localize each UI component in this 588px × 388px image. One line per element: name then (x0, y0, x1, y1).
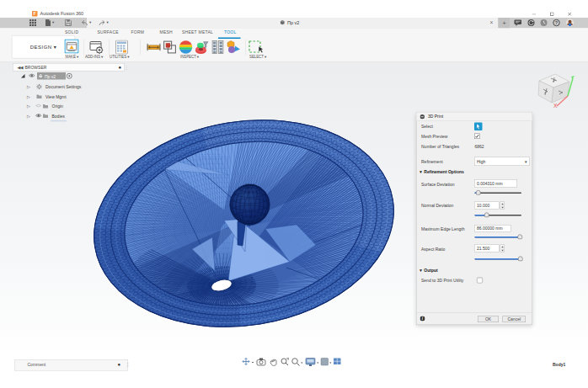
svg-text:?: ? (555, 20, 559, 25)
svg-text:X: X (553, 103, 558, 108)
